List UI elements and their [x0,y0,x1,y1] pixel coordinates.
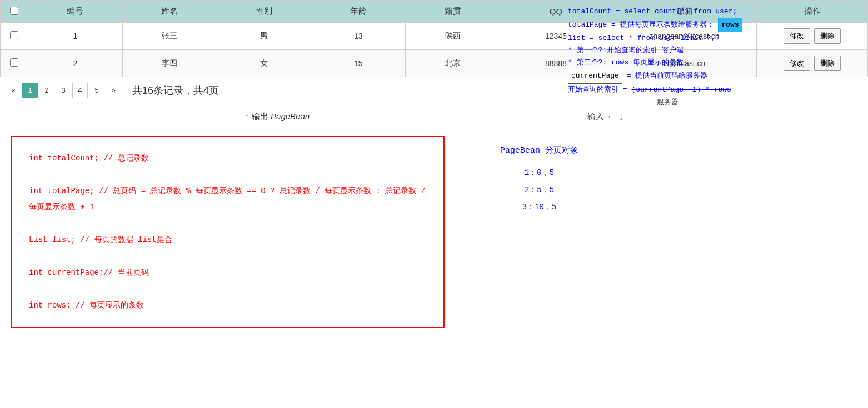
code-line: int rows; // 每页显示的条数 [29,298,427,314]
data-table: 编号 姓名 性别 年龄 籍贯 QQ 邮箱 操作 1 张三 男 13 陕西 123… [0,0,868,77]
col-id-header: 编号 [28,1,123,23]
col-checkbox-header [1,1,28,23]
row-checkbox[interactable] [10,58,18,67]
code-line: int totalPage; // 总页码 = 总记录数 % 每页显示条数 ==… [29,183,427,216]
row-checkbox-cell [1,23,28,50]
row-checkbox-cell [1,50,28,77]
page-next-btn[interactable]: » [106,83,121,98]
page-3-btn[interactable]: 3 [56,83,71,98]
middle-section: ↑ 输出 PageBean 输入 ← ↓ [0,104,868,125]
col-qq-header: QQ [500,1,612,23]
page-4-btn[interactable]: 4 [72,83,88,98]
row-id: 2 [28,50,123,77]
select-all-checkbox[interactable] [10,7,18,15]
row-id: 1 [28,23,123,50]
row-qq: 12345 [500,23,612,50]
table-row: 1 张三 男 13 陕西 12345 zhangsan@itcast.cn 修改… [1,23,868,50]
code-box: int totalCount; // 总记录数int totalPage; //… [11,136,445,328]
row-name: 张三 [122,23,217,50]
main-container: 编号 姓名 性别 年龄 籍贯 QQ 邮箱 操作 1 张三 男 13 陕西 123… [0,0,868,408]
row-gender: 女 [217,50,311,77]
pagination-row: « 1 2 3 4 5 » 共16条记录，共4页 [0,77,868,104]
output-block: ↑ 输出 PageBean [245,111,310,123]
edit-button[interactable]: 修改 [784,28,810,44]
input-down-arrow: ↓ [618,111,623,123]
row-hometown: 北京 [406,50,500,77]
col-name-header: 姓名 [122,1,217,23]
row-qq: 88888 [500,50,612,77]
row-name: 李四 [122,50,217,77]
pagebean-value: 3：10，5 [500,199,578,216]
input-block: 输入 ← ↓ [587,111,623,123]
row-hometown: 陕西 [406,23,500,50]
page-info-text: 共16条记录，共4页 [132,84,219,97]
pagebean-value: 1：0，5 [500,164,578,182]
row-email: ls@itcast.cn [612,50,757,77]
row-actions: 修改 删除 [757,23,868,50]
pagebean-info-values: 1：0，52：5，53：10，5 [500,164,578,215]
row-age: 15 [311,50,406,77]
row-age: 13 [311,23,406,50]
row-actions: 修改 删除 [757,50,868,77]
pagebean-info-title: PageBean 分页对象 [500,142,578,160]
col-gender-header: 性别 [217,1,311,23]
input-left-arrow: ← [606,111,616,123]
col-hometown-header: 籍贯 [406,1,500,23]
delete-button[interactable]: 删除 [814,56,841,71]
pagebean-info: PageBean 分页对象 1：0，52：5，53：10，5 [500,142,578,215]
col-email-header: 邮箱 [612,1,757,23]
col-action-header: 操作 [757,1,868,23]
output-label: 输出 PageBean [252,112,310,122]
col-age-header: 年龄 [311,1,406,23]
pagebean-value: 2：5，5 [500,182,578,199]
code-line: int totalCount; // 总记录数 [29,150,427,167]
row-checkbox[interactable] [10,31,18,39]
table-row: 2 李四 女 15 北京 88888 ls@itcast.cn 修改 删除 [1,50,868,77]
page-prev-btn[interactable]: « [6,83,21,98]
page-2-btn[interactable]: 2 [39,83,54,98]
page-1-btn[interactable]: 1 [22,83,38,98]
input-label: 输入 [587,112,604,122]
code-line: int currentPage;// 当前页码 [29,265,427,281]
page-5-btn[interactable]: 5 [89,83,104,98]
delete-button[interactable]: 删除 [814,28,841,44]
edit-button[interactable]: 修改 [784,56,810,71]
code-line: List list; // 每页的数据 list集合 [29,232,427,248]
output-up-arrow: ↑ [245,111,250,123]
row-email: zhangsan@itcast.cn [612,23,757,50]
code-section: int totalCount; // 总记录数int totalPage; //… [0,125,868,339]
row-gender: 男 [217,23,311,50]
